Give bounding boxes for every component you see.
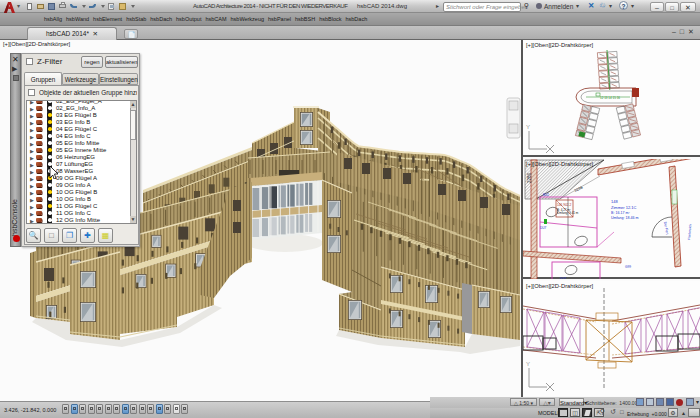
svg-text:Y: Y bbox=[526, 124, 530, 130]
svg-text:Umfang: 9.41 m: Umfang: 9.41 m bbox=[557, 211, 579, 215]
svg-text:B02: B02 bbox=[543, 193, 549, 197]
svg-text:2286: 2286 bbox=[527, 172, 532, 183]
svg-text:146 902.2: 146 902.2 bbox=[557, 203, 571, 207]
svg-text:148: 148 bbox=[611, 199, 618, 204]
svg-text:DU7: DU7 bbox=[540, 226, 547, 230]
svg-text:B: 16.17 m²: B: 16.17 m² bbox=[611, 211, 630, 215]
svg-text:Y: Y bbox=[526, 361, 530, 367]
svg-text:Dur Fert: Dur Fert bbox=[663, 221, 669, 234]
svg-text:Zimmer 12.1C: Zimmer 12.1C bbox=[611, 205, 636, 210]
svg-text:DU7: DU7 bbox=[560, 277, 567, 279]
svg-text:12 13 14 15 16: 12 13 14 15 16 bbox=[600, 96, 620, 100]
svg-text:G99: G99 bbox=[625, 265, 631, 269]
svg-text:Flurbereich: Flurbereich bbox=[687, 224, 692, 240]
svg-text:Umfang: 18.46 m: Umfang: 18.46 m bbox=[611, 216, 639, 220]
